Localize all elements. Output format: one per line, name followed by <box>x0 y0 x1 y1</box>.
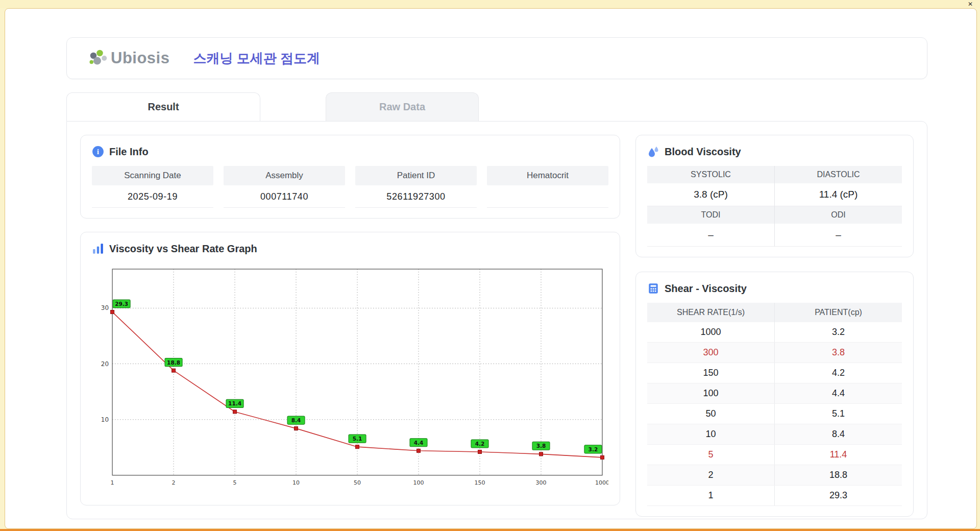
patient-viscosity-cell: 4.4 <box>775 383 902 403</box>
info-icon: i <box>92 146 104 158</box>
shear-rate-cell: 5 <box>647 445 775 465</box>
ubiosis-logo: Ubiosis <box>88 49 169 67</box>
bv-header-cell: SYSTOLIC <box>647 166 775 183</box>
shear-table-row: 108.4 <box>647 424 902 445</box>
shear-rate-cell: 100 <box>647 383 775 403</box>
shear-rate-column-header: SHEAR RATE(1/s) <box>647 303 775 322</box>
svg-text:300: 300 <box>535 479 546 486</box>
shear-table-row: 1504.2 <box>647 363 902 383</box>
shear-viscosity-panel: Shear - Viscosity SHEAR RATE(1/s) PATIEN… <box>635 272 914 517</box>
bv-header-row: SYSTOLICDIASTOLIC <box>647 166 902 183</box>
shear-table-body: 10003.23003.81504.21004.4505.1108.4511.4… <box>647 322 902 506</box>
file-info-panel: i File Info Scanning Date2025-09-19Assem… <box>80 135 620 219</box>
logo-text: Ubiosis <box>111 49 169 67</box>
shear-table-row: 505.1 <box>647 404 902 424</box>
field-value: 000711740 <box>224 185 345 208</box>
page-title: 스캐닝 모세관 점도계 <box>193 50 320 67</box>
window-bottom-accent <box>0 529 980 531</box>
graph-title: Viscosity vs Shear Rate Graph <box>109 243 257 255</box>
bv-header-row: TODIODI <box>647 206 902 224</box>
bv-value-cell: – <box>647 224 775 247</box>
file-info-field: Scanning Date2025-09-19 <box>92 166 213 208</box>
graph-header: Viscosity vs Shear Rate Graph <box>92 243 608 255</box>
patient-viscosity-cell: 3.8 <box>775 343 902 363</box>
left-column: i File Info Scanning Date2025-09-19Assem… <box>80 135 620 505</box>
svg-text:4.2: 4.2 <box>475 441 485 447</box>
shear-table-row: 218.8 <box>647 465 902 486</box>
field-label: Patient ID <box>355 166 477 185</box>
field-value: 2025-09-19 <box>92 185 213 208</box>
tab-bar: Result Raw Data <box>66 92 927 121</box>
svg-text:2: 2 <box>172 479 176 486</box>
field-value <box>487 185 608 208</box>
tab-raw-data[interactable]: Raw Data <box>326 92 479 121</box>
bv-header-cell: TODI <box>647 206 775 224</box>
svg-text:100: 100 <box>413 479 424 486</box>
viscosity-chart-host: 1020301251050100150300100029.318.811.48.… <box>92 263 608 495</box>
bv-header-cell: DIASTOLIC <box>775 166 902 183</box>
shear-table-row: 129.3 <box>647 486 902 506</box>
shear-table-row: 3003.8 <box>647 343 902 363</box>
bv-header-cell: ODI <box>775 206 902 224</box>
close-icon[interactable]: ✕ <box>968 1 973 8</box>
patient-viscosity-cell: 8.4 <box>775 424 902 444</box>
tab-result[interactable]: Result <box>66 92 260 121</box>
app-header: Ubiosis 스캐닝 모세관 점도계 <box>66 37 927 79</box>
bv-value-cell: 11.4 (cP) <box>775 183 902 206</box>
blood-viscosity-title: Blood Viscosity <box>665 146 741 158</box>
shear-rate-cell: 10 <box>647 424 775 444</box>
svg-text:4.4: 4.4 <box>414 440 424 446</box>
svg-text:3.8: 3.8 <box>536 443 546 449</box>
bv-value-row: –– <box>647 224 902 247</box>
file-info-title: File Info <box>109 146 149 158</box>
shear-rate-cell: 1000 <box>647 322 775 342</box>
file-info-header: i File Info <box>92 146 608 158</box>
field-label: Assembly <box>224 166 345 185</box>
shear-rate-cell: 1 <box>647 486 775 505</box>
svg-text:10: 10 <box>101 416 109 423</box>
svg-text:20: 20 <box>101 360 109 368</box>
shear-viscosity-header: Shear - Viscosity <box>647 282 902 295</box>
svg-text:30: 30 <box>101 304 109 311</box>
app-window: Ubiosis 스캐닝 모세관 점도계 Result Raw Data i <box>5 8 977 529</box>
bv-value-cell: – <box>775 224 902 247</box>
graph-panel: Viscosity vs Shear Rate Graph 1020301251… <box>80 232 620 505</box>
shear-rate-cell: 50 <box>647 404 775 424</box>
result-card: i File Info Scanning Date2025-09-19Assem… <box>66 121 927 519</box>
shear-table-row: 10003.2 <box>647 322 902 343</box>
shear-rate-cell: 150 <box>647 363 775 383</box>
field-label: Hematocrit <box>487 166 608 185</box>
svg-text:50: 50 <box>354 479 361 486</box>
shear-viscosity-title: Shear - Viscosity <box>665 283 747 295</box>
right-column: Blood Viscosity SYSTOLICDIASTOLIC3.8 (cP… <box>635 135 914 505</box>
shear-rate-cell: 300 <box>647 343 775 363</box>
bv-value-cell: 3.8 (cP) <box>647 183 775 206</box>
field-label: Scanning Date <box>92 166 213 185</box>
svg-text:5.1: 5.1 <box>353 436 362 442</box>
patient-column-header: PATIENT(cp) <box>775 303 902 322</box>
svg-text:29.3: 29.3 <box>115 301 128 307</box>
shear-table-row: 511.4 <box>647 445 902 465</box>
patient-viscosity-cell: 4.2 <box>775 363 902 383</box>
svg-text:1: 1 <box>111 479 114 486</box>
patient-viscosity-cell: 18.8 <box>775 465 902 485</box>
svg-text:10: 10 <box>292 479 300 486</box>
svg-text:18.8: 18.8 <box>167 359 180 366</box>
shear-viscosity-table: SHEAR RATE(1/s) PATIENT(cp) 10003.23003.… <box>647 303 902 506</box>
svg-text:150: 150 <box>474 479 485 486</box>
svg-text:8.4: 8.4 <box>291 417 301 423</box>
app-content: Ubiosis 스캐닝 모세관 점도계 Result Raw Data i <box>5 9 976 528</box>
svg-text:1000: 1000 <box>595 479 608 486</box>
svg-text:i: i <box>97 148 99 156</box>
field-value: 52611927300 <box>355 185 477 208</box>
blood-viscosity-panel: Blood Viscosity SYSTOLICDIASTOLIC3.8 (cP… <box>635 135 914 257</box>
patient-viscosity-cell: 5.1 <box>775 404 902 424</box>
patient-viscosity-cell: 3.2 <box>775 322 902 342</box>
bv-value-row: 3.8 (cP)11.4 (cP) <box>647 183 902 206</box>
blood-viscosity-header: Blood Viscosity <box>647 146 902 158</box>
shear-rate-cell: 2 <box>647 465 775 485</box>
svg-text:5: 5 <box>233 479 237 486</box>
window-titlebar: ✕ <box>0 0 980 8</box>
bar-chart-icon <box>92 243 104 255</box>
calculator-icon <box>647 282 659 295</box>
